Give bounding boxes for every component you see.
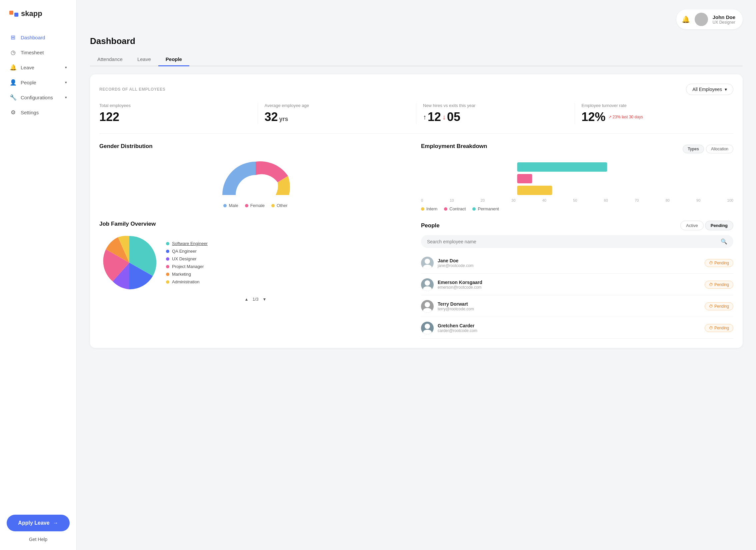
dashboard-card: RECORDS OF ALL EMPLOYEES All Employees ▾… [90,74,743,348]
status-badge: ⏱ Pending [705,281,733,289]
stat-hires: New hires vs exits this year ↑ 12 ↓ 05 [416,103,575,124]
allocation-toggle-button[interactable]: Allocation [706,145,733,153]
x-label: 0 [421,198,423,202]
user-card: 🔔 John Doe UX Designer [676,9,743,29]
search-row: 🔍 [421,235,733,248]
logo-sq1 [9,11,13,15]
employee-info: Emerson Korsgaard emerson@rootcode.com [438,280,701,290]
chevron-down-icon: ▾ [725,87,727,92]
turnover-change-text: 23% last 30 days [613,115,643,119]
table-row: Terry Dorwart terry@rootcode.com ⏱ Pendi… [421,296,733,317]
table-row: Gretchen Carder carder@rootcode.com ⏱ Pe… [421,318,733,339]
x-label: 20 [481,198,485,202]
chevron-down-icon: ▾ [65,80,67,85]
sidebar-item-label: Settings [21,110,39,115]
employee-email: terry@rootcode.com [438,307,701,311]
tab-leave[interactable]: Leave [130,53,158,66]
x-axis-labels: 0 10 20 30 40 50 60 70 80 90 100 [421,198,733,202]
qa-engineer-label: QA Engineer [172,249,197,254]
stat-label: Average employee age [265,103,410,108]
svg-point-8 [423,286,432,291]
legend-other: Other [271,203,288,208]
pending-toggle-button[interactable]: Pending [705,221,733,230]
svg-point-5 [425,259,430,264]
tab-people[interactable]: People [158,53,189,66]
administration-dot [166,280,169,284]
administration-label: Administration [172,279,199,284]
logo: skapp [0,9,76,30]
table-row: Emerson Korsgaard emerson@rootcode.com ⏱… [421,274,733,295]
intern-label: Intern [426,206,437,211]
logo-sq2 [14,13,18,17]
configurations-icon: 🔧 [9,94,17,101]
active-toggle-button[interactable]: Active [680,221,703,230]
avg-age-number: 32 [265,110,278,124]
get-help-link[interactable]: Get Help [29,537,47,542]
pending-dot: ⏱ [709,261,713,265]
donut-legend: Male Female Other [223,203,287,208]
qa-engineer-dot [166,250,169,253]
female-label: Female [250,203,265,208]
timesheet-icon: ◷ [9,49,17,56]
status-badge: ⏱ Pending [705,259,733,267]
prev-page-button[interactable]: ▲ [245,297,249,302]
next-page-button[interactable]: ▼ [263,297,267,302]
x-label: 90 [696,198,700,202]
apply-leave-button[interactable]: Apply Leave → [7,515,70,531]
sidebar-item-people[interactable]: 👤 People ▾ [0,75,76,90]
charts-row: Gender Distribution [99,143,733,211]
x-label: 40 [542,198,546,202]
sidebar-item-dashboard[interactable]: ⊞ Dashboard [0,30,76,45]
hires-number: 12 [428,110,441,124]
other-dot [271,204,275,207]
age-unit: yrs [279,116,288,123]
records-header: RECORDS OF ALL EMPLOYEES All Employees ▾ [99,84,733,95]
software-engineer-dot [166,242,169,245]
stat-label: New hires vs exits this year [423,103,568,108]
gender-donut-chart [219,155,292,198]
types-toggle-button[interactable]: Types [683,145,704,153]
employee-name: Jane Doe [438,258,701,263]
tab-attendance[interactable]: Attendance [90,53,130,66]
sidebar-item-label: Leave [21,65,34,70]
job-legend: Software Engineer QA Engineer UX Designe… [166,241,208,284]
stat-turnover: Employee turnover rate 12% ↗ 23% last 30… [575,103,734,124]
dashboard-icon: ⊞ [9,34,17,41]
sidebar-item-settings[interactable]: ⚙ Settings [0,105,76,120]
stat-label: Employee turnover rate [582,103,727,108]
project-manager-dot [166,265,169,268]
employee-name: Gretchen Carder [438,323,701,328]
exits-number: 05 [447,110,460,124]
notification-icon[interactable]: 🔔 [682,15,690,23]
bar-chart-wrap: 0 10 20 30 40 50 60 70 80 90 100 [421,159,733,211]
total-employees-number: 122 [99,110,119,124]
avatar [421,278,434,291]
intern-dot [421,207,424,211]
sidebar-item-configurations[interactable]: 🔧 Configurations ▾ [0,90,76,105]
x-label: 100 [727,198,733,202]
apply-leave-label: Apply Leave [18,520,49,526]
all-employees-button[interactable]: All Employees ▾ [686,84,733,95]
stat-value: 32 yrs [265,110,410,124]
svg-point-6 [423,265,432,269]
marketing-dot [166,273,169,276]
sidebar-item-leave[interactable]: 🔔 Leave ▾ [0,60,76,75]
svg-point-11 [425,324,430,329]
avatar [695,13,708,26]
pending-dot: ⏱ [709,282,713,287]
search-input[interactable] [427,239,717,244]
people-section-title: People [421,222,440,229]
arrow-right-icon: → [53,520,58,526]
bc-legend: Intern Contract Permanent [421,206,733,211]
sidebar-item-label: Dashboard [21,35,45,40]
employment-breakdown-section: Employment Breakdown Types Allocation [421,143,733,211]
user-role: UX Designer [713,20,735,25]
job-legend-item: Administration [166,279,208,284]
sidebar-item-timesheet[interactable]: ◷ Timesheet [0,45,76,60]
pending-dot: ⏱ [709,326,713,330]
stat-avg-age: Average employee age 32 yrs [258,103,417,124]
search-icon: 🔍 [721,238,727,245]
permanent-label: Permanent [478,206,499,211]
x-label: 10 [450,198,454,202]
pending-label: Pending [714,304,729,309]
